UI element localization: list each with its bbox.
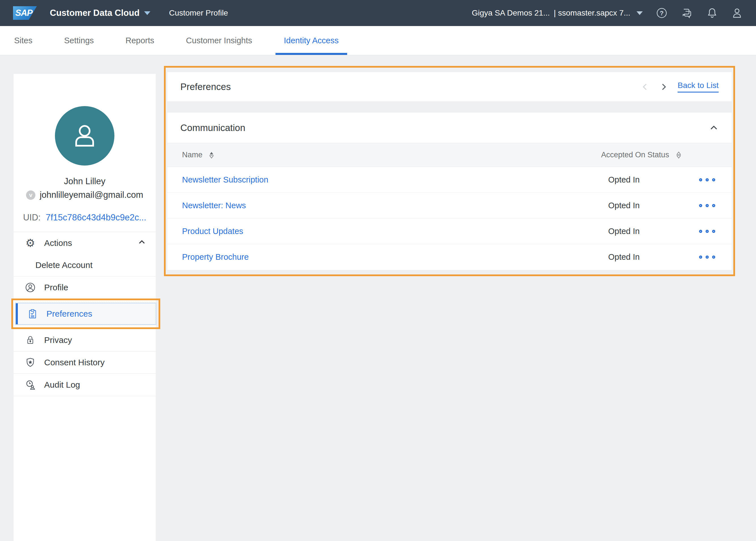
sidebar-item-label: Actions [44,238,72,248]
uid-value-link[interactable]: 7f15c786c43d4b9c9e2c... [46,213,146,223]
sap-logo-text: SAP [15,8,33,18]
record-navigation: Back to List [640,81,719,93]
column-header-name: Name [182,151,202,159]
uid-label: UID: [23,213,40,223]
preference-link[interactable]: Product Updates [182,227,243,236]
sidebar-item-label: Delete Account [35,260,93,270]
shield-star-icon [25,357,36,368]
communication-section-header: Communication [167,113,732,143]
table-row: Newsletter: News Opted In [167,193,732,219]
sidebar-item-profile[interactable]: Profile [14,276,156,298]
avatar [55,106,114,166]
main-tabbar: Sites Settings Reports Customer Insights… [0,26,756,55]
preference-link[interactable]: Newsletter Subscription [182,175,268,185]
tenant-name[interactable]: | ssomaster.sapcx 7... [554,8,630,18]
sidebar-item-audit-log[interactable]: Audit Log [14,374,156,396]
sidebar-item-label: Privacy [44,335,72,345]
person-circle-icon [25,282,36,293]
sap-logo: SAP [13,6,37,20]
user-name: John Lilley [14,176,156,187]
table-row: Property Brochure Opted In [167,244,732,270]
table-header-row: Name Accepted On Status [167,143,732,167]
preferences-header-card: Preferences Back to List [167,72,732,101]
preference-link[interactable]: Newsletter: News [182,201,246,210]
bell-icon[interactable] [706,7,718,19]
status-value: Opted In [608,201,640,210]
section-title: Communication [180,123,245,133]
product-title[interactable]: Customer Data Cloud [50,8,140,18]
customer-sidebar: John Lilley v johnlilleyemail@gmail.com … [14,74,156,541]
tab-reports[interactable]: Reports [110,26,170,55]
status-value: Opted In [608,253,640,262]
sidebar-item-delete-account[interactable]: Delete Account [14,254,156,276]
sort-icon[interactable] [675,151,682,159]
gear-icon: ⚙ [25,238,36,249]
shell-page-title: Customer Profile [169,8,228,18]
chat-icon[interactable] [681,7,693,19]
column-header-accepted-on-status: Accepted On Status [601,151,669,159]
email-row: v johnlilleyemail@gmail.com [14,190,156,200]
table-row: Product Updates Opted In [167,219,732,244]
back-to-list-link[interactable]: Back to List [678,81,719,93]
tab-sites[interactable]: Sites [14,26,48,55]
tab-customer-insights[interactable]: Customer Insights [170,26,268,55]
chevron-up-icon[interactable] [138,238,146,249]
shell-right-area: Gigya SA Demos 21... | ssomaster.sapcx 7… [472,7,743,19]
svg-text:?: ? [660,10,664,17]
sidebar-item-label: Profile [44,283,68,292]
sidebar-item-actions[interactable]: ⚙ Actions [14,232,156,254]
help-icon[interactable]: ? [656,7,668,19]
caret-down-icon[interactable] [144,11,150,15]
table-row: Newsletter Subscription Opted In [167,167,732,193]
sidebar-item-privacy[interactable]: Privacy [14,329,156,351]
overflow-menu-icon[interactable] [699,178,715,181]
communication-card: Communication Name Accepted On Status [167,113,732,270]
chevron-left-icon[interactable] [640,82,650,92]
chevron-right-icon[interactable] [659,82,669,92]
overflow-menu-icon[interactable] [699,256,715,259]
overflow-menu-icon[interactable] [699,204,715,207]
person-icon[interactable] [731,7,743,19]
clipboard-check-icon [27,309,38,319]
sidebar-menu: ⚙ Actions Delete Account Profile [14,232,156,396]
sidebar-item-label: Consent History [44,358,104,367]
tab-settings[interactable]: Settings [48,26,110,55]
tab-identity-access[interactable]: Identity Access [268,26,354,55]
shell-bar: SAP Customer Data Cloud Customer Profile… [0,0,756,26]
uid-row: UID: 7f15c786c43d4b9c9e2c... [14,213,156,223]
user-email: johnlilleyemail@gmail.com [40,190,143,200]
page-title: Preferences [180,82,231,92]
overflow-menu-icon[interactable] [699,230,715,233]
sort-icon[interactable] [208,151,215,159]
clock-person-icon [25,379,36,390]
verified-badge-icon: v [26,191,35,200]
collapse-chevron-icon[interactable] [709,123,719,133]
preferences-panel: Preferences Back to List Communication N… [164,66,735,276]
status-value: Opted In [608,175,640,185]
divider [14,396,156,396]
lock-icon [25,335,36,345]
account-name[interactable]: Gigya SA Demos 21... [472,8,550,18]
sidebar-item-label: Preferences [46,309,92,318]
sidebar-item-preferences[interactable]: Preferences [15,303,156,325]
sidebar-item-label: Audit Log [44,380,80,390]
preference-link[interactable]: Property Brochure [182,253,249,262]
sidebar-item-consent-history[interactable]: Consent History [14,351,156,373]
preferences-highlight-box: Preferences [11,298,160,329]
status-value: Opted In [608,227,640,236]
account-caret-down-icon[interactable] [637,11,643,15]
